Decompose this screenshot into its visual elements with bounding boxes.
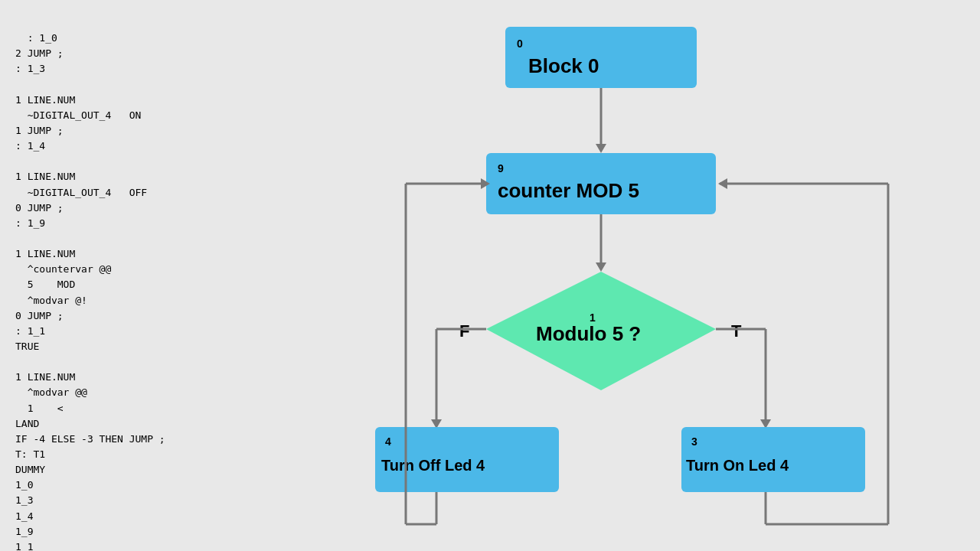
counter-mod-num: 9 bbox=[498, 162, 504, 174]
counter-mod-label: counter MOD 5 bbox=[498, 179, 639, 202]
modulo-label: Modulo 5 ? bbox=[536, 322, 641, 345]
arrow-loop-right bbox=[718, 178, 727, 189]
turn-off-label: Turn Off Led 4 bbox=[381, 457, 485, 474]
flowchart-panel: 0 Block 0 9 counter MOD 5 1 Modulo 5 ? F… bbox=[329, 0, 980, 551]
turn-on-num: 3 bbox=[691, 435, 697, 448]
turn-off-num: 4 bbox=[385, 435, 391, 448]
code-panel: : 1_0 2 JUMP ; : 1_3 1 LINE.NUM ~DIGITAL… bbox=[0, 0, 329, 551]
arrow2 bbox=[596, 262, 606, 272]
arrow1 bbox=[596, 144, 606, 153]
block0-num: 0 bbox=[517, 37, 523, 50]
block0-label: Block 0 bbox=[528, 54, 599, 77]
turn-on-label: Turn On Led 4 bbox=[686, 457, 789, 474]
branch-t-label: T bbox=[731, 321, 742, 341]
code-text: : 1_0 2 JUMP ; : 1_3 1 LINE.NUM ~DIGITAL… bbox=[15, 32, 165, 551]
branch-f-label: F bbox=[459, 321, 469, 341]
